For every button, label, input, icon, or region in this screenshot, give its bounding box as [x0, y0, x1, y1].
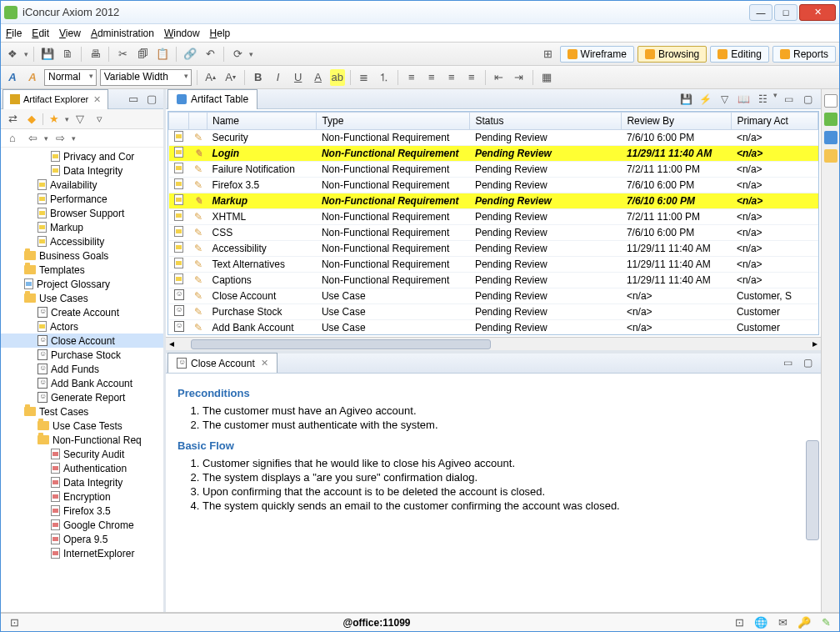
- column-header[interactable]: [189, 113, 208, 130]
- save-icon[interactable]: 💾: [39, 46, 56, 63]
- edit-icon[interactable]: ✎: [189, 209, 208, 225]
- tree-item[interactable]: Add Bank Account: [1, 376, 163, 390]
- menu-window[interactable]: Window: [164, 28, 200, 39]
- artifact-table-tab[interactable]: Artifact Table: [168, 89, 258, 109]
- tree-item[interactable]: Accessibility: [1, 234, 163, 248]
- tag-icon[interactable]: ◆: [23, 111, 40, 128]
- font-increase-icon[interactable]: A▴: [202, 69, 219, 86]
- table-row[interactable]: ✎AccessibilityNon-Functional Requirement…: [169, 241, 818, 257]
- edit-icon[interactable]: ✎: [189, 273, 208, 288]
- tree-item[interactable]: Templates: [1, 263, 163, 277]
- restore-icon[interactable]: [824, 94, 838, 108]
- table-row[interactable]: ✎Close AccountUse CasePending Review<n/a…: [169, 288, 818, 304]
- style-combo[interactable]: Normal: [44, 69, 97, 86]
- forward-icon[interactable]: ⇨: [52, 130, 68, 147]
- perspective-reports[interactable]: Reports: [772, 46, 836, 63]
- maximize-button[interactable]: □: [774, 4, 798, 21]
- table-row[interactable]: ✎LoginNon-Functional RequirementPending …: [169, 146, 818, 162]
- book-icon[interactable]: 📖: [735, 91, 752, 108]
- table-row[interactable]: ✎SecurityNon-Functional RequirementPendi…: [169, 130, 818, 146]
- tree-item[interactable]: Firefox 3.5: [1, 504, 163, 518]
- underline-icon[interactable]: U: [290, 69, 307, 86]
- perspective-wireframe[interactable]: Wireframe: [560, 46, 634, 63]
- bold-icon[interactable]: B: [250, 69, 267, 86]
- menu-file[interactable]: File: [6, 28, 22, 39]
- highlight-icon[interactable]: ab: [330, 69, 345, 86]
- favorite-icon[interactable]: ★: [46, 111, 62, 128]
- minimize-button[interactable]: —: [749, 4, 772, 21]
- undo-icon[interactable]: ↶: [202, 46, 218, 63]
- indent-icon[interactable]: ⇥: [511, 69, 528, 86]
- table-row[interactable]: ✎CaptionsNon-Functional RequirementPendi…: [169, 273, 818, 288]
- edit-icon[interactable]: ✎: [189, 130, 208, 146]
- perspective-editing[interactable]: Editing: [710, 46, 769, 63]
- back-icon[interactable]: ⇦: [24, 130, 41, 147]
- artifact-grid[interactable]: NameTypeStatusReview ByPrimary Act✎Secur…: [168, 112, 818, 335]
- vertical-scrollbar[interactable]: [806, 440, 819, 540]
- status-icon-1[interactable]: ⊡: [731, 614, 748, 631]
- print-icon[interactable]: 🖶: [87, 46, 103, 63]
- tree-item[interactable]: Encryption: [1, 489, 163, 504]
- align-center-icon[interactable]: ≡: [423, 69, 440, 86]
- number-list-icon[interactable]: ⒈: [376, 69, 392, 86]
- artifact-tree[interactable]: Privacy and CorData IntegrityAvailabilit…: [1, 148, 163, 612]
- menu-administration[interactable]: Administration: [91, 28, 154, 39]
- maximize-icon[interactable]: ▢: [799, 91, 816, 108]
- menu-edit[interactable]: Edit: [32, 28, 49, 39]
- tree-item[interactable]: Use Cases: [1, 291, 163, 305]
- table-row[interactable]: ✎Firefox 3.5Non-Functional RequirementPe…: [169, 178, 818, 193]
- edit-icon[interactable]: ✎: [189, 193, 208, 209]
- menu-help[interactable]: Help: [210, 28, 231, 39]
- tree-item[interactable]: Opera 9.5: [1, 532, 163, 546]
- column-header[interactable]: [169, 113, 189, 130]
- pencil-icon[interactable]: [824, 113, 838, 126]
- doc-icon[interactable]: [824, 131, 838, 144]
- table-row[interactable]: ✎Failure NotificationNon-Functional Requ…: [169, 162, 818, 178]
- link-icon[interactable]: 🔗: [182, 46, 198, 63]
- column-header[interactable]: Name: [208, 113, 317, 130]
- edit-icon[interactable]: ✎: [189, 146, 208, 162]
- font-color-a-icon[interactable]: A: [4, 69, 21, 86]
- cut-icon[interactable]: ✂: [114, 46, 131, 63]
- tree-item[interactable]: Non-Functional Req: [1, 433, 163, 447]
- table-row[interactable]: ✎Purchase StockUse CasePending Review<n/…: [169, 304, 818, 320]
- tree-item[interactable]: Browser Support: [1, 206, 163, 220]
- horizontal-scrollbar[interactable]: ◂▸: [166, 337, 821, 350]
- bullet-list-icon[interactable]: ≣: [356, 69, 372, 86]
- tree-item[interactable]: Close Account: [1, 334, 163, 348]
- close-icon[interactable]: ✕: [93, 94, 101, 105]
- tree-item[interactable]: Business Goals: [1, 248, 163, 263]
- table-row[interactable]: ✎MarkupNon-Functional RequirementPending…: [169, 193, 818, 209]
- artifact-table-wrap[interactable]: NameTypeStatusReview ByPrimary Act✎Secur…: [168, 111, 819, 335]
- new-artifact-icon[interactable]: ❖: [4, 46, 21, 63]
- save-icon[interactable]: 💾: [678, 91, 694, 108]
- edit-icon[interactable]: ✎: [189, 162, 208, 178]
- minimize-view-icon[interactable]: ▭: [125, 91, 142, 108]
- home-icon[interactable]: ⌂: [4, 130, 21, 147]
- tree-item[interactable]: Google Chrome: [1, 518, 163, 532]
- align-left-icon[interactable]: ≡: [403, 69, 420, 86]
- tree-item[interactable]: Generate Report: [1, 390, 163, 404]
- detail-editor[interactable]: Preconditions The customer must have an …: [166, 374, 821, 613]
- tree-item[interactable]: Markup: [1, 220, 163, 234]
- tree-item[interactable]: Data Integrity: [1, 163, 163, 178]
- edit-icon[interactable]: ✎: [189, 320, 208, 335]
- edit-icon[interactable]: ✎: [189, 304, 208, 320]
- close-icon[interactable]: ✕: [261, 358, 268, 369]
- scroll-thumb[interactable]: [191, 339, 491, 349]
- tree-item[interactable]: InternetExplorer: [1, 546, 163, 560]
- column-header[interactable]: Review By: [622, 113, 732, 130]
- align-justify-icon[interactable]: ≡: [463, 69, 480, 86]
- outdent-icon[interactable]: ⇤: [491, 69, 508, 86]
- copy-icon[interactable]: 🗐: [134, 46, 151, 63]
- tree-item[interactable]: Actors: [1, 319, 163, 334]
- edit-icon[interactable]: ✎: [189, 225, 208, 241]
- edit-icon[interactable]: ✎: [818, 614, 834, 631]
- table-row[interactable]: ✎XHTMLNon-Functional RequirementPending …: [169, 209, 818, 225]
- tree-item[interactable]: Availability: [1, 178, 163, 192]
- table-row[interactable]: ✎Add Bank AccountUse CasePending Review<…: [169, 320, 818, 335]
- tree-item[interactable]: Test Cases: [1, 404, 163, 419]
- status-left-icon[interactable]: ⊡: [6, 614, 22, 631]
- tree-item[interactable]: Use Case Tests: [1, 419, 163, 433]
- key-icon[interactable]: 🔑: [796, 614, 812, 631]
